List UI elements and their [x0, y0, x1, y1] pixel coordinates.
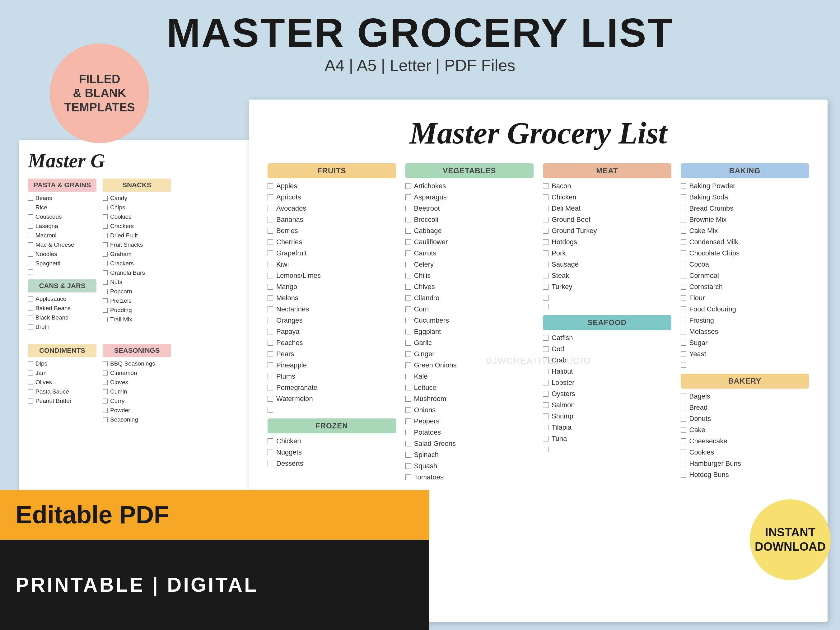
list-item: Celery: [405, 260, 534, 269]
list-item: Mango: [268, 282, 396, 292]
list-item: Baking Soda: [681, 193, 809, 202]
list-item: Cocoa: [681, 260, 809, 269]
list-item: Cookies: [103, 213, 171, 220]
list-item: Cod: [543, 344, 671, 354]
list-item: Peaches: [268, 338, 396, 347]
list-item: Bread: [681, 403, 809, 412]
list-item: Cherries: [268, 237, 396, 247]
list-item: Pretzels: [103, 297, 171, 304]
badge-text: FILLED& BLANKTEMPLATES: [64, 72, 135, 115]
list-item: Chocolate Chips: [681, 249, 809, 258]
list-item: Kiwi: [268, 260, 396, 269]
list-item: Nectarines: [268, 305, 396, 314]
list-item: Pears: [268, 349, 396, 359]
list-item: Bananas: [268, 215, 396, 224]
list-item: Lobster: [543, 378, 671, 387]
list-item: Eggplant: [405, 327, 534, 336]
list-item: Curry: [103, 398, 171, 404]
badge-circle: FILLED& BLANKTEMPLATES: [50, 44, 149, 143]
list-item: Mushroom: [405, 394, 534, 404]
list-item: Melons: [268, 294, 396, 303]
list-item: Carrots: [405, 249, 534, 258]
list-item: Graham: [103, 251, 171, 257]
list-item: Mac & Cheese: [28, 242, 96, 248]
vegetables-header: VEGETABLES: [405, 163, 534, 178]
list-item: Lettuce: [405, 383, 534, 392]
list-item: Cauliflower: [405, 237, 534, 247]
list-item: Chips: [103, 204, 171, 211]
list-item: Cake Mix: [681, 226, 809, 235]
list-item: Corn: [405, 305, 534, 314]
list-item: Cucumbers: [405, 316, 534, 325]
list-item: Black Beans: [28, 314, 96, 321]
list-item: Apricots: [268, 193, 396, 202]
list-item: Ground Beef: [543, 215, 671, 224]
list-item: Chicken: [268, 436, 396, 446]
list-item: Cloves: [103, 379, 171, 386]
list-item: Donuts: [681, 414, 809, 423]
fruits-header: FRUITS: [268, 163, 396, 178]
list-item: Hamburger Buns: [681, 459, 809, 468]
list-item: Catfish: [543, 333, 671, 343]
empty-item: [543, 445, 671, 454]
printable-text: PRINTABLE | DIGITAL: [16, 573, 258, 597]
list-item: Baked Beans: [28, 305, 96, 312]
instant-download-badge: INSTANTDOWNLOAD: [750, 499, 831, 580]
list-item: Grapefruit: [268, 249, 396, 258]
list-item: Fruit Snacks: [103, 242, 171, 248]
list-item: Desserts: [268, 459, 396, 468]
list-item: Cinnamon: [103, 369, 171, 376]
list-item: Jam: [28, 369, 96, 376]
list-item: Cumin: [103, 388, 171, 395]
list-item: Green Onions: [405, 361, 534, 370]
list-item: Cornmeal: [681, 271, 809, 280]
list-item: Kale: [405, 372, 534, 381]
list-item: Artichokes: [405, 182, 534, 191]
list-item: Brownie Mix: [681, 215, 809, 224]
list-item: Spaghetti: [28, 260, 96, 267]
instant-download-text: INSTANTDOWNLOAD: [755, 526, 826, 554]
list-item: Apples: [268, 182, 396, 191]
list-item: Couscous: [28, 213, 96, 220]
vegetables-section: VEGETABLES Artichokes Asparagus Beetroot…: [405, 163, 534, 484]
list-item: Peanut Butter: [28, 398, 96, 404]
baking-header: BAKING: [681, 163, 809, 178]
list-item: Candy: [103, 195, 171, 202]
list-item: Trail Mix: [103, 316, 171, 323]
pasta-header: PASTA & GRAINS: [28, 178, 96, 192]
list-item: Dips: [28, 360, 96, 367]
list-item: Food Colouring: [681, 305, 809, 314]
list-item: Plums: [268, 372, 396, 381]
list-item: Salmon: [543, 400, 671, 410]
list-item: Yeast: [681, 349, 809, 359]
empty-item: [681, 361, 809, 369]
list-item: Condensed Milk: [681, 237, 809, 247]
list-item: Molasses: [681, 327, 809, 336]
list-item: Beetroot: [405, 204, 534, 213]
list-item: Sugar: [681, 338, 809, 347]
list-item: Deli Meat: [543, 204, 671, 213]
list-item: Pork: [543, 249, 671, 258]
snacks-items-col: Candy Chips Cookies Crackers Dried Fruit…: [103, 195, 171, 333]
list-item: Hotdogs: [543, 237, 671, 247]
editable-pdf-text: Editable PDF: [16, 501, 169, 529]
list-item: Potatoes: [405, 428, 534, 437]
list-item: Olives: [28, 379, 96, 386]
list-item: Avocados: [268, 204, 396, 213]
list-item: Pomegranate: [268, 383, 396, 392]
list-item: Cookies: [681, 448, 809, 457]
condiments-col: CONDIMENTS Dips Jam Olives Pasta Sauce P…: [28, 339, 96, 426]
list-item: Spinach: [405, 450, 534, 459]
snacks-header: SNACKS: [103, 178, 171, 192]
empty-item: [543, 302, 671, 311]
baking-section: BAKING Baking Powder Baking Soda Bread C…: [681, 163, 809, 484]
main-doc-title: Master Grocery List: [268, 115, 809, 151]
list-item: Macroni: [28, 232, 96, 239]
list-item: Cabbage: [405, 226, 534, 235]
bakery-section: BAKERY Bagels Bread Donuts Cake Cheeseca…: [681, 374, 809, 479]
list-item: Tomatoes: [405, 472, 534, 482]
meat-section: MEAT Bacon Chicken Deli Meat Ground Beef…: [543, 163, 671, 484]
list-item: Nuts: [103, 279, 171, 286]
list-item: Cilandro: [405, 294, 534, 303]
list-item: Sausage: [543, 260, 671, 269]
